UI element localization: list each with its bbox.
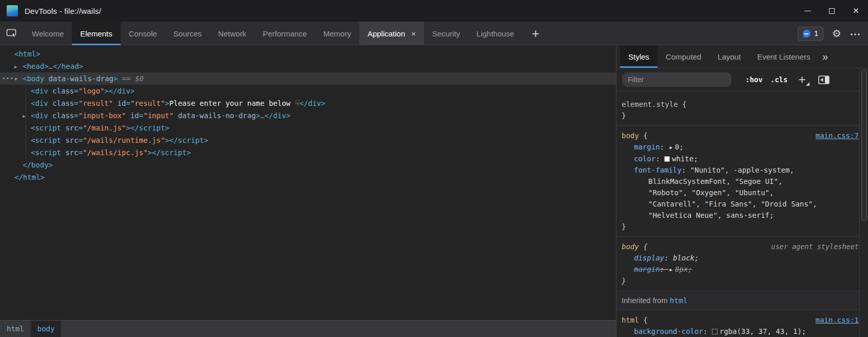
- dom-tree-row[interactable]: ▶<head>…</head>: [0, 60, 616, 72]
- element-breadcrumb-bar: htmlbody: [0, 320, 616, 337]
- rule-header: main.css:1html {: [622, 314, 863, 326]
- css-value-wrap-line: BlinkMacSystemFont, "Segoe UI",: [622, 176, 863, 187]
- dom-tree-row[interactable]: </body>: [0, 159, 616, 171]
- color-swatch[interactable]: [712, 329, 718, 334]
- css-property-name: color: [634, 155, 655, 163]
- sidebar-tab-computed[interactable]: Computed: [658, 45, 709, 68]
- dom-tree-row[interactable]: </html>: [0, 171, 616, 183]
- window-titlebar: DevTools - file://wails/ ✕: [0, 0, 868, 22]
- css-property-row[interactable]: margin: ▶8px;: [622, 264, 863, 275]
- css-property-row[interactable]: background-color: rgba(33, 37, 43, 1);: [622, 326, 863, 337]
- row-more-actions-icon[interactable]: •••: [2, 72, 14, 85]
- inherited-from-label: Inherited from: [622, 296, 670, 305]
- css-property-value: "Nunito", -apple-system,: [690, 166, 794, 174]
- rule-header: element.style {: [622, 99, 863, 110]
- rule-selector[interactable]: body: [622, 242, 639, 251]
- dom-tree-row[interactable]: •••▼<body data-wails-drag> == $0: [0, 72, 616, 85]
- devtools-app-icon: [7, 5, 18, 16]
- inspect-cursor-icon: [6, 28, 17, 39]
- close-tab-icon[interactable]: ×: [411, 30, 416, 38]
- dom-tree-row[interactable]: <script src="/wails/runtime.js"></script…: [0, 134, 616, 146]
- dom-tree-row[interactable]: <div class="result" id="result">Please e…: [0, 97, 616, 109]
- stylesheet-link[interactable]: main.css:1: [816, 314, 859, 326]
- sidebar-tab-event-listeners[interactable]: Event Listeners: [749, 45, 818, 68]
- plus-icon: +: [532, 26, 539, 42]
- maximize-icon: [829, 8, 835, 14]
- rule-selector[interactable]: element.style: [622, 100, 678, 108]
- styles-scrollbar[interactable]: [859, 68, 868, 337]
- css-value-wrap-line: "Roboto", "Oxygen", "Ubuntu",: [622, 187, 863, 198]
- sidebar-tab-styles[interactable]: Styles: [620, 45, 658, 68]
- expand-value-icon[interactable]: ▶: [669, 267, 672, 272]
- more-options-icon: [850, 33, 860, 36]
- breadcrumb-html[interactable]: html: [0, 321, 31, 337]
- customize-menu-button[interactable]: [850, 29, 860, 38]
- sidebar-tab-layout[interactable]: Layout: [709, 45, 749, 68]
- scrollbar-thumb[interactable]: [861, 69, 867, 221]
- css-property-name: display: [634, 254, 664, 262]
- tab-welcome[interactable]: Welcome: [24, 22, 72, 45]
- rule-selector[interactable]: html: [622, 316, 639, 324]
- dom-tree-row[interactable]: <div class="logo"></div>: [0, 85, 616, 97]
- css-property-name: font-family: [634, 166, 682, 174]
- inherited-element-link[interactable]: html: [670, 296, 688, 305]
- css-property-value: white;: [672, 155, 698, 163]
- style-rule-section: main.css:1html {background-color: rgba(3…: [616, 310, 868, 337]
- elements-panel: <html>▶<head>…</head>•••▼<body data-wail…: [0, 45, 616, 337]
- tab-security[interactable]: Security: [424, 22, 468, 45]
- tab-console[interactable]: Console: [121, 22, 165, 45]
- tab-sources[interactable]: Sources: [165, 22, 210, 45]
- tab-label: Performance: [263, 29, 307, 38]
- rule-header: main.css:7body {: [622, 130, 863, 141]
- close-button[interactable]: ✕: [844, 0, 868, 22]
- dom-tree-row[interactable]: ▶<div class="input-box" id="input" data-…: [0, 109, 616, 122]
- css-property-value: 0;: [675, 143, 684, 151]
- tab-application[interactable]: Application×: [359, 22, 424, 45]
- more-sidebar-tabs-icon[interactable]: »: [822, 51, 828, 63]
- issues-count: 1: [814, 29, 818, 38]
- breadcrumb-body[interactable]: body: [31, 321, 62, 337]
- expand-value-icon[interactable]: ▶: [669, 145, 672, 150]
- expand-right-icon[interactable]: ▶: [23, 110, 31, 122]
- tab-lighthouse[interactable]: Lighthouse: [468, 22, 522, 45]
- css-property-row[interactable]: color: white;: [622, 153, 863, 164]
- dom-tree-row[interactable]: <html>: [0, 48, 616, 60]
- inspect-element-button[interactable]: [0, 22, 24, 45]
- tab-label: Console: [129, 29, 157, 38]
- expand-right-icon[interactable]: ▶: [14, 61, 23, 73]
- expand-down-icon[interactable]: ▼: [14, 73, 23, 85]
- tab-memory[interactable]: Memory: [315, 22, 359, 45]
- issues-bubble-icon: [803, 30, 811, 38]
- element-classes-button[interactable]: .cls: [770, 76, 788, 84]
- dom-tree[interactable]: <html>▶<head>…</head>•••▼<body data-wail…: [0, 45, 616, 320]
- rule-selector[interactable]: body: [622, 132, 639, 140]
- new-style-rule-button[interactable]: +: [798, 74, 805, 85]
- css-property-row[interactable]: margin: ▶0;: [622, 141, 863, 153]
- stylesheet-link[interactable]: main.css:7: [816, 130, 859, 141]
- css-property-row[interactable]: font-family: "Nunito", -apple-system,: [622, 164, 863, 176]
- tab-performance[interactable]: Performance: [255, 22, 315, 45]
- css-value-wrap-line: "Cantarell", "Fira Sans", "Droid Sans",: [622, 198, 863, 210]
- tab-label: Network: [218, 29, 246, 38]
- styles-sidebar: StylesComputedLayoutEvent Listeners» :ho…: [616, 45, 868, 337]
- color-swatch[interactable]: [664, 156, 670, 162]
- toggle-element-state-button[interactable]: :hov: [745, 76, 763, 84]
- tab-label: Welcome: [32, 29, 64, 38]
- dom-tree-row[interactable]: <script src="/main.js"></script>: [0, 122, 616, 134]
- tab-elements[interactable]: Elements: [72, 22, 121, 45]
- issues-counter-button[interactable]: 1: [798, 27, 823, 41]
- styles-filter-input[interactable]: [622, 72, 731, 87]
- toggle-computed-sidebar-button[interactable]: [818, 76, 830, 84]
- maximize-button[interactable]: [820, 0, 844, 22]
- dom-tree-row[interactable]: <script src="/wails/ipc.js"></script>: [0, 146, 616, 159]
- panel-tab-strip: WelcomeElementsConsoleSourcesNetworkPerf…: [24, 22, 523, 45]
- settings-button[interactable]: ⚙: [832, 28, 841, 39]
- styles-toolbar: :hov .cls +: [616, 68, 868, 91]
- styles-pane: element.style {}main.css:7body {margin: …: [616, 91, 868, 337]
- window-controls: ✕: [796, 0, 868, 22]
- tab-network[interactable]: Network: [210, 22, 255, 45]
- minimize-button[interactable]: [796, 0, 820, 22]
- more-tabs-button[interactable]: +: [523, 22, 549, 45]
- css-property-row[interactable]: display: block;: [622, 252, 863, 264]
- gear-icon: ⚙: [832, 28, 841, 39]
